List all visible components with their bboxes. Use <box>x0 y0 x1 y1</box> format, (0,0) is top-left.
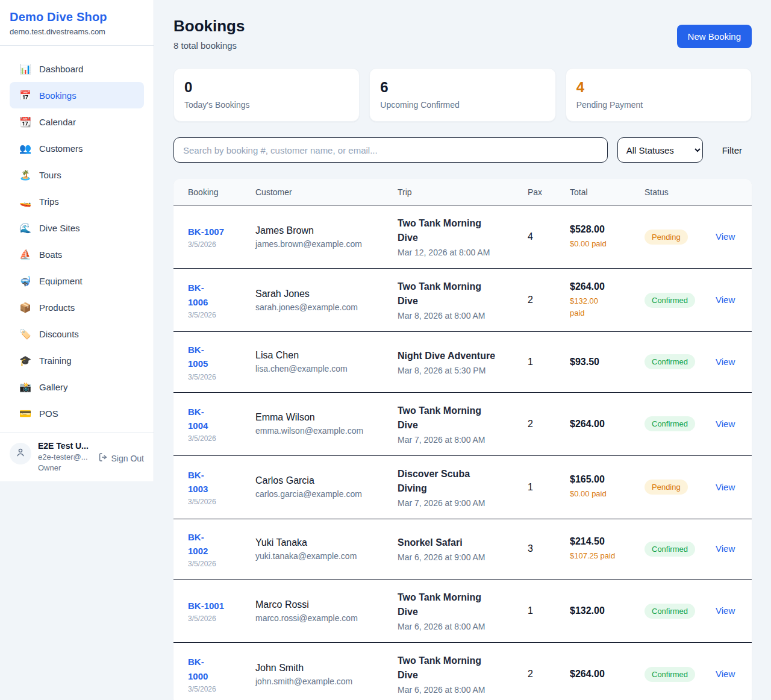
status-cell: Confirmed <box>645 416 716 431</box>
booking-date: 3/5/2026 <box>188 614 255 623</box>
paid-amount: $0.00 paid <box>570 488 645 500</box>
view-link[interactable]: View <box>716 605 735 616</box>
customer-email: yuki.tanaka@example.com <box>255 551 398 561</box>
customer-name: Sarah Jones <box>255 289 398 299</box>
customer-cell: John Smithjohn.smith@example.com <box>255 663 398 686</box>
total-amount: $93.50 <box>570 357 645 367</box>
trip-cell: Discover Scuba DivingMar 7, 2026 at 9:00… <box>398 467 528 508</box>
sidebar-item-trips[interactable]: 🚤Trips <box>10 188 144 214</box>
sidebar-item-pos[interactable]: 💳POS <box>10 400 144 427</box>
sign-out-button[interactable]: Sign Out <box>98 452 144 464</box>
status-cell: Confirmed <box>645 667 716 682</box>
trip-name: Discover Scuba Diving <box>398 467 528 496</box>
customer-name: Emma Wilson <box>255 412 398 423</box>
status-badge: Confirmed <box>645 604 695 619</box>
trip-datetime: Mar 8, 2026 at 5:30 PM <box>398 366 528 375</box>
booking-id-link[interactable]: BK- 1002 <box>188 530 255 558</box>
status-cell: Confirmed <box>645 542 716 557</box>
sidebar-item-label: Dashboard <box>39 64 83 74</box>
island-icon: 🏝️ <box>19 169 31 181</box>
actions-cell: View <box>716 357 737 367</box>
total-amount: $264.00 <box>570 419 645 430</box>
view-link[interactable]: View <box>716 231 735 242</box>
trip-name: Two Tank Morning Dive <box>398 404 528 433</box>
sidebar-item-training[interactable]: 🎓Training <box>10 347 144 373</box>
trip-datetime: Mar 7, 2026 at 9:00 AM <box>398 498 528 508</box>
sidebar-item-bookings[interactable]: 📅Bookings <box>10 82 144 108</box>
total-amount: $528.00 <box>570 224 645 235</box>
booking-id-link[interactable]: BK- 1004 <box>188 405 255 433</box>
customer-email: marco.rossi@example.com <box>255 613 398 623</box>
total-amount: $264.00 <box>570 669 645 680</box>
view-link[interactable]: View <box>716 357 735 367</box>
filter-button[interactable]: Filter <box>713 140 752 160</box>
user-meta: E2E Test U... e2e-tester@... Owner <box>38 441 98 472</box>
stat-label: Pending Payment <box>576 100 741 110</box>
customer-name: John Smith <box>255 663 398 673</box>
status-badge: Pending <box>645 480 688 495</box>
pax-count: 3 <box>528 543 570 554</box>
view-link[interactable]: View <box>716 543 735 554</box>
stat-label: Today's Bookings <box>184 100 349 110</box>
credit-card-icon: 💳 <box>19 408 31 419</box>
sidebar-item-label: Calendar <box>39 117 76 127</box>
brand-block: Demo Dive Shop demo.test.divestreams.com <box>0 0 154 46</box>
sidebar-item-customers[interactable]: 👥Customers <box>10 135 144 161</box>
stat-value: 4 <box>576 79 741 96</box>
booking-cell: BK-10073/5/2026 <box>188 225 255 249</box>
status-badge: Pending <box>645 230 688 245</box>
stat-card-todays-bookings: 0 Today's Bookings <box>173 68 360 122</box>
status-cell: Pending <box>645 480 716 495</box>
view-link[interactable]: View <box>716 482 735 492</box>
sidebar-item-discounts[interactable]: 🏷️Discounts <box>10 320 144 347</box>
booking-id-link[interactable]: BK- 1003 <box>188 468 255 496</box>
total-amount: $214.50 <box>570 536 645 547</box>
package-icon: 📦 <box>19 302 31 313</box>
pax-count: 1 <box>528 605 570 616</box>
booking-date: 3/5/2026 <box>188 311 255 319</box>
customer-email: lisa.chen@example.com <box>255 364 398 373</box>
search-input[interactable] <box>173 137 608 163</box>
sidebar-item-equipment[interactable]: 🤿Equipment <box>10 267 144 294</box>
table-row: BK-10013/5/2026Marco Rossimarco.rossi@ex… <box>173 579 752 642</box>
sidebar-item-boats[interactable]: ⛵Boats <box>10 241 144 267</box>
sidebar-item-dashboard[interactable]: 📊Dashboard <box>10 55 144 82</box>
brand-title: Demo Dive Shop <box>10 10 144 24</box>
booking-id-link[interactable]: BK-1007 <box>188 225 255 239</box>
booking-id-link[interactable]: BK- 1006 <box>188 281 255 309</box>
trip-name: Two Tank Morning Dive <box>398 654 528 683</box>
sidebar-item-label: Equipment <box>39 276 83 286</box>
table-header-row: Booking Customer Trip Pax Total Status <box>173 179 752 205</box>
booking-cell: BK- 10033/5/2026 <box>188 468 255 507</box>
sidebar-item-products[interactable]: 📦Products <box>10 294 144 320</box>
booking-id-link[interactable]: BK- 1005 <box>188 343 255 371</box>
paid-amount: $0.00 paid <box>570 238 645 250</box>
booking-cell: BK- 10053/5/2026 <box>188 343 255 381</box>
sidebar-item-tours[interactable]: 🏝️Tours <box>10 161 144 188</box>
view-link[interactable]: View <box>716 419 735 429</box>
sidebar-item-gallery[interactable]: 📸Gallery <box>10 373 144 400</box>
customer-name: Marco Rossi <box>255 599 398 610</box>
sidebar-item-label: Tours <box>39 170 61 180</box>
booking-id-link[interactable]: BK- 1000 <box>188 655 255 683</box>
table-row: BK- 10043/5/2026Emma Wilsonemma.wilson@e… <box>173 392 752 455</box>
sidebar-item-label: Trips <box>39 196 59 207</box>
calendar-icon: 📅 <box>19 90 31 101</box>
status-badge: Confirmed <box>645 416 695 431</box>
booking-id-link[interactable]: BK-1001 <box>188 599 255 613</box>
sidebar-item-calendar[interactable]: 📆Calendar <box>10 108 144 135</box>
sidebar-item-label: Products <box>39 302 75 313</box>
new-booking-button[interactable]: New Booking <box>677 25 752 48</box>
total-cell: $132.00 <box>570 605 645 616</box>
table-row: BK- 10023/5/2026Yuki Tanakayuki.tanaka@e… <box>173 519 752 580</box>
status-filter-select[interactable]: All Statuses <box>617 137 703 163</box>
speedboat-icon: 🚤 <box>19 196 31 207</box>
sidebar-item-dive-sites[interactable]: 🌊Dive Sites <box>10 214 144 241</box>
tear-calendar-icon: 📆 <box>19 116 31 128</box>
booking-cell: BK-10013/5/2026 <box>188 599 255 623</box>
view-link[interactable]: View <box>716 295 735 305</box>
trip-name: Two Tank Morning Dive <box>398 590 528 619</box>
booking-date: 3/5/2026 <box>188 240 255 249</box>
view-link[interactable]: View <box>716 669 735 679</box>
total-amount: $264.00 <box>570 281 645 292</box>
